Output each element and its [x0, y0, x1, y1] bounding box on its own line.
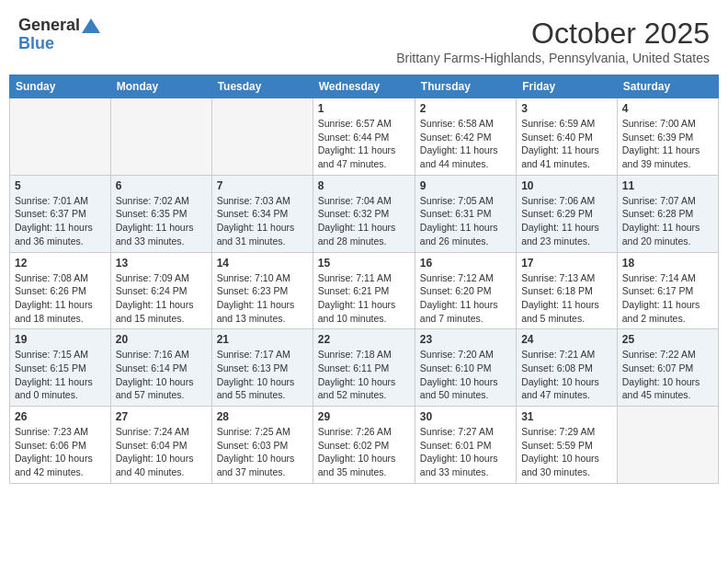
day-info: Sunrise: 6:58 AM Sunset: 6:42 PM Dayligh…: [420, 117, 511, 171]
table-row: 18Sunrise: 7:14 AM Sunset: 6:17 PM Dayli…: [617, 252, 718, 329]
day-number: 17: [521, 257, 612, 270]
day-info: Sunrise: 7:24 AM Sunset: 6:04 PM Dayligh…: [116, 425, 207, 479]
table-row: 20Sunrise: 7:16 AM Sunset: 6:14 PM Dayli…: [110, 329, 211, 407]
table-row: 17Sunrise: 7:13 AM Sunset: 6:18 PM Dayli…: [517, 252, 618, 329]
day-info: Sunrise: 7:04 AM Sunset: 6:32 PM Dayligh…: [318, 194, 410, 248]
day-number: 12: [15, 257, 106, 270]
day-number: 13: [116, 257, 207, 270]
day-number: 1: [318, 102, 410, 115]
page-subtitle: Brittany Farms-Highlands, Pennsylvania, …: [396, 51, 710, 65]
day-info: Sunrise: 7:01 AM Sunset: 6:37 PM Dayligh…: [15, 194, 106, 248]
day-info: Sunrise: 6:57 AM Sunset: 6:44 PM Dayligh…: [318, 117, 410, 171]
header-monday: Monday: [110, 75, 211, 98]
day-number: 4: [622, 102, 713, 115]
day-number: 22: [318, 333, 410, 346]
day-number: 18: [622, 257, 713, 270]
day-info: Sunrise: 7:16 AM Sunset: 6:14 PM Dayligh…: [116, 348, 207, 402]
table-row: [211, 98, 313, 176]
day-number: 14: [217, 257, 308, 270]
table-row: 9Sunrise: 7:05 AM Sunset: 6:31 PM Daylig…: [415, 175, 516, 252]
day-number: 25: [622, 333, 713, 346]
table-row: 30Sunrise: 7:27 AM Sunset: 6:01 PM Dayli…: [415, 407, 516, 484]
day-info: Sunrise: 7:11 AM Sunset: 6:21 PM Dayligh…: [318, 271, 410, 326]
logo-general: General: [18, 17, 80, 35]
calendar-header-row: Sunday Monday Tuesday Wednesday Thursday…: [10, 75, 719, 98]
day-info: Sunrise: 7:17 AM Sunset: 6:13 PM Dayligh…: [217, 348, 308, 402]
table-row: 19Sunrise: 7:15 AM Sunset: 6:15 PM Dayli…: [10, 329, 111, 407]
day-number: 26: [15, 410, 106, 423]
day-number: 27: [116, 410, 207, 423]
day-info: Sunrise: 7:08 AM Sunset: 6:26 PM Dayligh…: [15, 271, 106, 326]
header-tuesday: Tuesday: [211, 75, 313, 98]
day-info: Sunrise: 7:15 AM Sunset: 6:15 PM Dayligh…: [15, 348, 106, 402]
day-number: 9: [420, 179, 511, 192]
title-area: October 2025 Brittany Farms-Highlands, P…: [396, 17, 710, 65]
table-row: 14Sunrise: 7:10 AM Sunset: 6:23 PM Dayli…: [211, 252, 313, 329]
day-info: Sunrise: 7:09 AM Sunset: 6:24 PM Dayligh…: [116, 271, 207, 326]
table-row: 24Sunrise: 7:21 AM Sunset: 6:08 PM Dayli…: [517, 329, 618, 407]
day-number: 28: [217, 410, 308, 423]
table-row: 22Sunrise: 7:18 AM Sunset: 6:11 PM Dayli…: [313, 329, 415, 407]
day-info: Sunrise: 7:05 AM Sunset: 6:31 PM Dayligh…: [420, 194, 511, 248]
day-number: 20: [116, 333, 207, 346]
table-row: [617, 407, 718, 484]
table-row: 27Sunrise: 7:24 AM Sunset: 6:04 PM Dayli…: [110, 407, 211, 484]
day-info: Sunrise: 7:26 AM Sunset: 6:02 PM Dayligh…: [318, 425, 410, 479]
calendar-table: Sunday Monday Tuesday Wednesday Thursday…: [9, 75, 719, 484]
table-row: [110, 98, 211, 176]
day-number: 29: [318, 410, 410, 423]
day-info: Sunrise: 7:14 AM Sunset: 6:17 PM Dayligh…: [622, 271, 713, 326]
day-info: Sunrise: 7:02 AM Sunset: 6:35 PM Dayligh…: [116, 194, 207, 248]
day-info: Sunrise: 7:07 AM Sunset: 6:28 PM Dayligh…: [622, 194, 713, 248]
table-row: 26Sunrise: 7:23 AM Sunset: 6:06 PM Dayli…: [10, 407, 111, 484]
day-number: 5: [15, 179, 106, 192]
day-number: 6: [116, 179, 207, 192]
table-row: 10Sunrise: 7:06 AM Sunset: 6:29 PM Dayli…: [517, 175, 618, 252]
calendar-week-row: 12Sunrise: 7:08 AM Sunset: 6:26 PM Dayli…: [10, 252, 719, 329]
svg-marker-0: [82, 18, 100, 33]
header-wednesday: Wednesday: [313, 75, 415, 98]
table-row: 5Sunrise: 7:01 AM Sunset: 6:37 PM Daylig…: [10, 175, 111, 252]
table-row: 29Sunrise: 7:26 AM Sunset: 6:02 PM Dayli…: [313, 407, 415, 484]
day-number: 10: [521, 179, 612, 192]
day-number: 3: [521, 102, 612, 115]
day-info: Sunrise: 7:25 AM Sunset: 6:03 PM Dayligh…: [217, 425, 308, 479]
day-info: Sunrise: 7:10 AM Sunset: 6:23 PM Dayligh…: [217, 271, 308, 326]
table-row: 4Sunrise: 7:00 AM Sunset: 6:39 PM Daylig…: [617, 98, 718, 176]
day-info: Sunrise: 7:18 AM Sunset: 6:11 PM Dayligh…: [318, 348, 410, 402]
day-info: Sunrise: 7:03 AM Sunset: 6:34 PM Dayligh…: [217, 194, 308, 248]
day-number: 15: [318, 257, 410, 270]
calendar-week-row: 1Sunrise: 6:57 AM Sunset: 6:44 PM Daylig…: [10, 98, 719, 176]
day-number: 11: [622, 179, 713, 192]
table-row: 28Sunrise: 7:25 AM Sunset: 6:03 PM Dayli…: [211, 407, 313, 484]
table-row: 7Sunrise: 7:03 AM Sunset: 6:34 PM Daylig…: [211, 175, 313, 252]
day-number: 2: [420, 102, 511, 115]
header: General Blue October 2025 Brittany Farms…: [9, 9, 719, 69]
day-info: Sunrise: 7:22 AM Sunset: 6:07 PM Dayligh…: [622, 348, 713, 402]
table-row: 21Sunrise: 7:17 AM Sunset: 6:13 PM Dayli…: [211, 329, 313, 407]
table-row: 23Sunrise: 7:20 AM Sunset: 6:10 PM Dayli…: [415, 329, 516, 407]
day-info: Sunrise: 6:59 AM Sunset: 6:40 PM Dayligh…: [521, 117, 612, 171]
day-info: Sunrise: 7:27 AM Sunset: 6:01 PM Dayligh…: [420, 425, 511, 479]
table-row: 12Sunrise: 7:08 AM Sunset: 6:26 PM Dayli…: [10, 252, 111, 329]
table-row: 25Sunrise: 7:22 AM Sunset: 6:07 PM Dayli…: [617, 329, 718, 407]
day-number: 8: [318, 179, 410, 192]
logo-blue: Blue: [18, 35, 54, 53]
header-thursday: Thursday: [415, 75, 516, 98]
header-sunday: Sunday: [10, 75, 111, 98]
table-row: 2Sunrise: 6:58 AM Sunset: 6:42 PM Daylig…: [415, 98, 516, 176]
day-number: 7: [217, 179, 308, 192]
header-friday: Friday: [517, 75, 618, 98]
day-number: 21: [217, 333, 308, 346]
day-info: Sunrise: 7:23 AM Sunset: 6:06 PM Dayligh…: [15, 425, 106, 479]
day-number: 16: [420, 257, 511, 270]
table-row: 11Sunrise: 7:07 AM Sunset: 6:28 PM Dayli…: [617, 175, 718, 252]
logo: General Blue: [18, 17, 102, 53]
day-info: Sunrise: 7:29 AM Sunset: 5:59 PM Dayligh…: [521, 425, 612, 479]
calendar-week-row: 19Sunrise: 7:15 AM Sunset: 6:15 PM Dayli…: [10, 329, 719, 407]
day-info: Sunrise: 7:12 AM Sunset: 6:20 PM Dayligh…: [420, 271, 511, 326]
day-info: Sunrise: 7:13 AM Sunset: 6:18 PM Dayligh…: [521, 271, 612, 326]
day-number: 24: [521, 333, 612, 346]
table-row: [10, 98, 111, 176]
day-number: 19: [15, 333, 106, 346]
